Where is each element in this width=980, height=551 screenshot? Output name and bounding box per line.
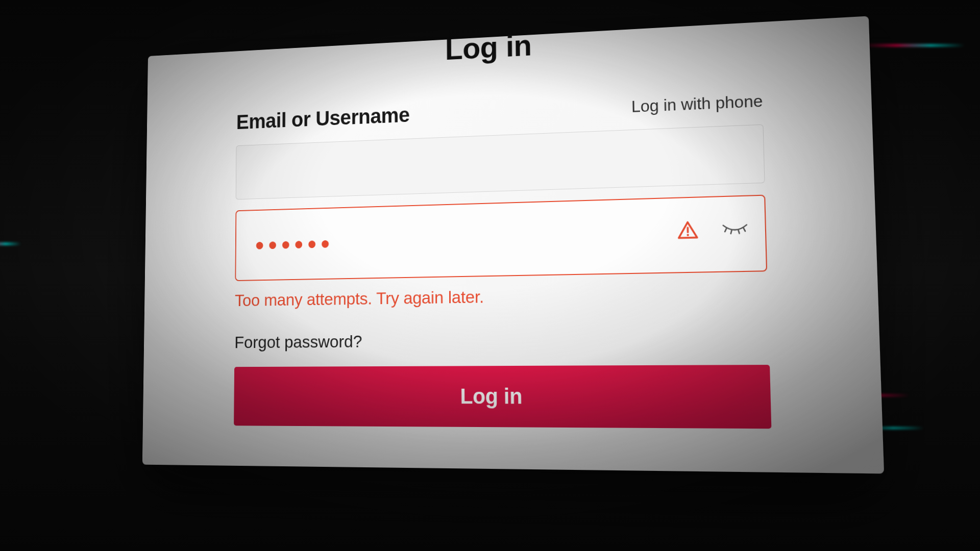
svg-line-5 (744, 228, 745, 231)
email-field[interactable] (236, 124, 765, 200)
login-card: Log in Email or Username Log in with pho… (142, 16, 884, 473)
forgot-password-link[interactable]: Forgot password? (234, 332, 362, 352)
svg-line-2 (725, 228, 726, 231)
warning-icon (676, 219, 699, 243)
svg-point-1 (687, 234, 689, 236)
eye-closed-icon[interactable] (721, 221, 749, 239)
field-header: Email or Username Log in with phone (236, 87, 763, 134)
login-button[interactable]: Log in (234, 365, 771, 429)
email-label: Email or Username (236, 103, 410, 134)
password-wrapper (235, 195, 767, 281)
svg-line-3 (731, 230, 732, 233)
error-message: Too many attempts. Try again later. (235, 282, 768, 310)
svg-line-4 (738, 230, 739, 233)
page-title: Log in (237, 15, 762, 78)
login-with-phone-link[interactable]: Log in with phone (631, 91, 763, 116)
